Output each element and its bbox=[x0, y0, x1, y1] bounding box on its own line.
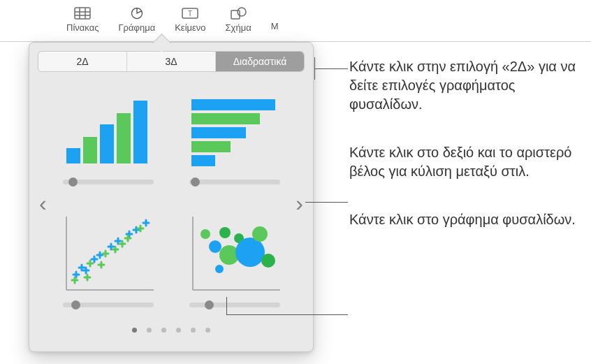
chevron-left-icon[interactable]: ‹ bbox=[39, 192, 47, 214]
chart-option-bar[interactable] bbox=[178, 85, 291, 199]
callout-bubble: Κάντε κλικ στο γράφημα φυσαλίδων. bbox=[349, 210, 580, 229]
page-dot[interactable] bbox=[147, 328, 152, 333]
svg-point-29 bbox=[235, 238, 265, 267]
svg-rect-10 bbox=[66, 148, 80, 163]
svg-text:T: T bbox=[188, 10, 192, 17]
page-dot[interactable] bbox=[132, 328, 137, 333]
callout-line bbox=[314, 57, 315, 80]
svg-rect-12 bbox=[100, 124, 114, 163]
toolbar-shape[interactable]: Σχήμα bbox=[226, 6, 251, 33]
svg-rect-14 bbox=[133, 101, 147, 163]
callouts: Κάντε κλικ στην επιλογή «2Δ» για να δείτ… bbox=[349, 57, 580, 259]
svg-rect-0 bbox=[75, 8, 90, 19]
style-slider[interactable] bbox=[63, 180, 154, 184]
toolbar-table-label: Πίνακας bbox=[66, 22, 98, 33]
seg-3d[interactable]: 3Δ bbox=[127, 52, 216, 71]
chevron-right-icon[interactable]: › bbox=[296, 192, 303, 214]
page-dots bbox=[38, 328, 305, 333]
svg-point-26 bbox=[219, 227, 231, 238]
svg-point-31 bbox=[261, 254, 275, 268]
column-chart-icon bbox=[59, 90, 157, 174]
svg-rect-17 bbox=[191, 127, 246, 138]
chart-dimension-segmented: 2Δ 3Δ Διαδραστικά bbox=[38, 51, 305, 72]
shape-icon bbox=[228, 6, 248, 21]
style-slider[interactable] bbox=[189, 180, 280, 184]
style-slider[interactable] bbox=[189, 303, 280, 307]
toolbar-chart[interactable]: Γράφημα bbox=[118, 6, 155, 33]
chart-option-scatter[interactable] bbox=[52, 208, 164, 322]
page-dot[interactable] bbox=[191, 328, 196, 333]
svg-point-24 bbox=[200, 229, 210, 239]
svg-rect-16 bbox=[191, 113, 260, 124]
toolbar-chart-label: Γράφημα bbox=[118, 22, 155, 33]
chart-option-column[interactable] bbox=[52, 85, 164, 199]
toolbar-shape-label: Σχήμα bbox=[226, 22, 251, 33]
svg-rect-18 bbox=[191, 141, 231, 152]
page-dot[interactable] bbox=[176, 328, 181, 333]
page-dot[interactable] bbox=[161, 328, 166, 333]
svg-point-25 bbox=[209, 240, 221, 253]
svg-rect-15 bbox=[191, 99, 275, 110]
callout-2d: Κάντε κλικ στην επιλογή «2Δ» για να δείτ… bbox=[349, 57, 580, 114]
toolbar: Πίνακας Γράφημα T Κείμενο Σχήμα Μ bbox=[0, 0, 591, 42]
svg-point-30 bbox=[252, 226, 268, 242]
seg-2d[interactable]: 2Δ bbox=[38, 52, 127, 71]
page-dot[interactable] bbox=[205, 328, 210, 333]
chart-option-bubble[interactable] bbox=[178, 208, 291, 322]
chart-grid-area: ‹ › bbox=[38, 85, 305, 322]
chart-picker-popover: 2Δ 3Δ Διαδραστικά ‹ › bbox=[29, 42, 314, 352]
text-box-icon: T bbox=[180, 6, 200, 21]
toolbar-table[interactable]: Πίνακας bbox=[66, 6, 98, 33]
toolbar-text-label: Κείμενο bbox=[175, 22, 205, 33]
bar-chart-icon bbox=[186, 90, 284, 174]
style-slider[interactable] bbox=[63, 303, 154, 307]
pie-chart-icon bbox=[127, 6, 147, 21]
seg-interactive[interactable]: Διαδραστικά bbox=[216, 52, 304, 71]
toolbar-text[interactable]: T Κείμενο bbox=[175, 6, 205, 33]
callout-line bbox=[226, 297, 227, 315]
svg-rect-11 bbox=[83, 137, 97, 163]
callout-arrows: Κάντε κλικ στο δεξιό και το αριστερό βέλ… bbox=[349, 143, 580, 181]
bubble-chart-icon bbox=[186, 213, 284, 297]
toolbar-more: Μ bbox=[271, 21, 279, 33]
callout-line bbox=[305, 202, 348, 203]
svg-rect-19 bbox=[191, 155, 215, 166]
callout-line bbox=[226, 314, 348, 315]
scatter-chart-icon bbox=[59, 213, 157, 297]
chart-grid bbox=[52, 85, 291, 322]
svg-rect-13 bbox=[117, 113, 131, 163]
table-icon bbox=[73, 6, 92, 21]
svg-point-32 bbox=[215, 265, 224, 273]
callout-line bbox=[314, 68, 348, 69]
svg-point-9 bbox=[238, 8, 246, 16]
